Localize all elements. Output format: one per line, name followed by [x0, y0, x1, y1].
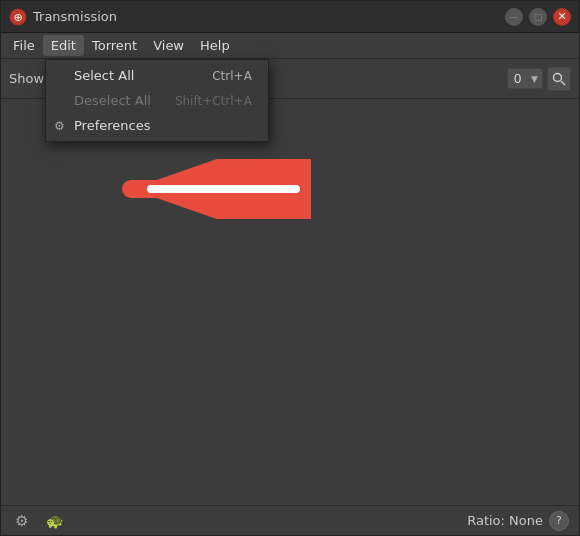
toolbar-left: Show: [9, 71, 44, 86]
ratio-label: Ratio: None: [467, 513, 543, 528]
search-button[interactable]: [547, 67, 571, 91]
deselect-all-item: Deselect All Shift+Ctrl+A: [46, 88, 268, 113]
statusbar-right: Ratio: None ?: [467, 511, 569, 531]
preferences-item[interactable]: ⚙ Preferences: [46, 113, 268, 138]
svg-line-3: [561, 81, 565, 85]
arrow-annotation: [111, 159, 311, 219]
menu-edit[interactable]: Edit: [43, 35, 84, 56]
titlebar-left: ⊕ Transmission: [9, 8, 117, 26]
close-button[interactable]: ✕: [553, 8, 571, 26]
show-label: Show: [9, 71, 44, 86]
filter-select[interactable]: 0: [507, 68, 543, 89]
menubar: File Edit Torrent View Help Select All C…: [1, 33, 579, 59]
main-window: ⊕ Transmission — □ ✕ File Edit Torrent V…: [0, 0, 580, 536]
statusbar: ⚙ 🐢 Ratio: None ?: [1, 505, 579, 535]
menu-torrent[interactable]: Torrent: [84, 35, 145, 56]
menu-help[interactable]: Help: [192, 35, 238, 56]
select-all-item[interactable]: Select All Ctrl+A: [46, 63, 268, 88]
minimize-button[interactable]: —: [505, 8, 523, 26]
edit-dropdown: Select All Ctrl+A Deselect All Shift+Ctr…: [45, 59, 269, 142]
main-content: [1, 99, 579, 505]
search-icon: [552, 72, 566, 86]
turtle-button[interactable]: 🐢: [43, 510, 65, 532]
titlebar-controls: — □ ✕: [505, 8, 571, 26]
maximize-button[interactable]: □: [529, 8, 547, 26]
svg-point-2: [554, 73, 562, 81]
statusbar-left: ⚙ 🐢: [11, 510, 65, 532]
window-title: Transmission: [33, 9, 117, 24]
preferences-icon: ⚙: [54, 119, 65, 133]
turtle-icon: 🐢: [46, 513, 63, 529]
settings-button[interactable]: ⚙: [11, 510, 33, 532]
svg-text:⊕: ⊕: [13, 11, 22, 24]
toolbar-right: 0: [507, 67, 571, 91]
menu-file[interactable]: File: [5, 35, 43, 56]
app-icon: ⊕: [9, 8, 27, 26]
menu-view[interactable]: View: [145, 35, 192, 56]
titlebar: ⊕ Transmission — □ ✕: [1, 1, 579, 33]
filter-select-wrapper: 0: [507, 68, 543, 89]
help-button[interactable]: ?: [549, 511, 569, 531]
